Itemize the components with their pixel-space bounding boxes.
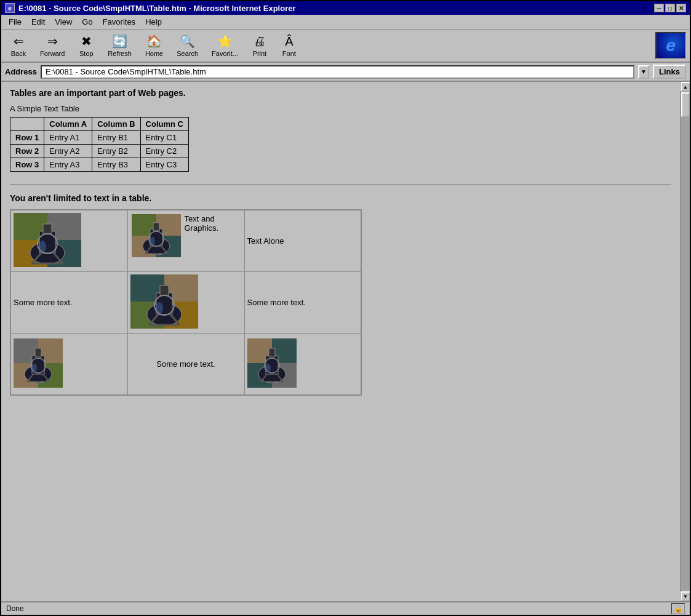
table-row: Row 1 Entry A1 Entry B1 Entry C1: [10, 131, 189, 145]
svg-rect-7: [43, 224, 52, 234]
menu-view[interactable]: View: [50, 16, 77, 28]
flask-graphic-1: [14, 213, 81, 267]
address-input[interactable]: [41, 65, 634, 79]
menu-file[interactable]: File: [4, 16, 26, 28]
page-content: Tables are an important part of Web page…: [10, 88, 671, 396]
heading-1: Tables are an important part of Web page…: [10, 88, 671, 98]
table-row: Row 3 Entry A3 Entry B3 Entry C3: [10, 158, 189, 172]
section-divider: [10, 184, 671, 185]
graphics-cell-3-2: Some more text.: [127, 334, 244, 395]
row-label: Row 1: [10, 131, 44, 145]
title-bar: e E:\0081 - Source Code\SmplHTML\Table.h…: [1, 1, 690, 15]
scroll-down-button[interactable]: ▼: [681, 591, 690, 601]
home-button[interactable]: 🏠 Home: [140, 32, 169, 59]
graphics-cell-3-1: [10, 334, 127, 395]
svg-rect-53: [269, 348, 275, 357]
window-icon: e: [5, 3, 15, 13]
menu-edit[interactable]: Edit: [26, 16, 50, 28]
flask-graphic-3: [130, 274, 198, 329]
graphics-row-3: Some more text.: [10, 334, 361, 395]
refresh-label: Refresh: [108, 50, 132, 57]
content-area: Tables are an important part of Web page…: [1, 82, 680, 601]
cell-b1: Entry B1: [92, 131, 140, 145]
table1-label: A Simple Text Table: [10, 104, 671, 113]
address-bar: Address ▼ Links: [1, 63, 690, 82]
svg-rect-42: [35, 348, 41, 357]
table-header-col-b: Column B: [92, 118, 140, 131]
svg-rect-31: [160, 286, 169, 295]
toolbar: ⇐ Back ⇒ Forward ✖ Stop 🔄 Refresh 🏠 Home…: [1, 30, 690, 63]
table-header-row: Column A Column B Column C: [10, 118, 189, 131]
back-icon: ⇐: [14, 34, 24, 49]
menu-go[interactable]: Go: [77, 16, 97, 28]
cell-text-and-graphics: Text and Graphics.: [185, 214, 219, 233]
favorites-label: Favorit...: [212, 50, 238, 57]
content-wrapper: Tables are an important part of Web page…: [1, 82, 690, 601]
home-icon: 🏠: [146, 34, 162, 49]
row-label: Row 2: [10, 145, 44, 158]
cell-some-more-text-1: Some more text.: [14, 298, 72, 307]
scroll-thumb[interactable]: [681, 92, 690, 117]
graphics-table: Text and Graphics. Text Alone Some more …: [10, 209, 362, 396]
stop-button[interactable]: ✖ Stop: [73, 32, 100, 59]
flask-graphic-5: [247, 338, 297, 388]
links-button[interactable]: Links: [653, 65, 686, 79]
table-header-empty: [10, 118, 44, 131]
scroll-up-button[interactable]: ▲: [681, 82, 690, 92]
back-button[interactable]: ⇐ Back: [5, 32, 32, 59]
forward-label: Forward: [40, 50, 65, 57]
search-icon: 🔍: [180, 34, 195, 49]
search-label: Search: [177, 50, 198, 57]
favorites-button[interactable]: ⭐ Favorit...: [206, 32, 244, 59]
search-button[interactable]: 🔍 Search: [171, 32, 204, 59]
table-header-col-c: Column C: [140, 118, 188, 131]
minimize-button[interactable]: ─: [654, 4, 664, 12]
svg-point-32: [156, 302, 163, 314]
cell-some-more-text-3: Some more text.: [156, 359, 215, 369]
graphics-cell-3-3: [244, 334, 361, 395]
font-label: Font: [282, 50, 296, 57]
status-text: Done: [6, 604, 24, 613]
table-header-col-a: Column A: [44, 118, 92, 131]
font-button[interactable]: Â Font: [276, 33, 303, 59]
graphics-cell-1-3: Text Alone: [244, 210, 361, 272]
svg-rect-18: [153, 223, 159, 231]
address-dropdown-button[interactable]: ▼: [638, 65, 649, 79]
heading-2: You aren't limited to text in a table.: [10, 193, 671, 203]
graphics-cell-1-2: Text and Graphics.: [127, 210, 244, 272]
cell-a1: Entry A1: [44, 131, 92, 145]
browser-window: e E:\0081 - Source Code\SmplHTML\Table.h…: [0, 0, 691, 616]
refresh-button[interactable]: 🔄 Refresh: [102, 32, 137, 59]
window-title: E:\0081 - Source Code\SmplHTML\Table.htm…: [18, 4, 296, 13]
stop-label: Stop: [79, 50, 94, 57]
cell-c1: Entry C1: [140, 131, 188, 145]
cell-a3: Entry A3: [44, 158, 92, 172]
flask-graphic-2: [132, 214, 181, 257]
status-right: 🔒: [671, 603, 685, 614]
window-controls: ─ □ ✕: [654, 4, 686, 12]
ie-logo: e: [655, 32, 686, 59]
home-label: Home: [145, 50, 163, 57]
menu-help[interactable]: Help: [140, 16, 167, 28]
graphics-cell-2-3: Some more text.: [244, 272, 361, 334]
back-label: Back: [11, 50, 26, 57]
simple-text-table: Column A Column B Column C Row 1 Entry A…: [10, 117, 189, 172]
cell-some-more-text-2: Some more text.: [247, 298, 306, 307]
forward-button[interactable]: ⇒ Forward: [34, 32, 70, 59]
cell-b3: Entry B3: [92, 158, 140, 172]
menu-favorites[interactable]: Favorites: [98, 16, 140, 28]
close-button[interactable]: ✕: [676, 4, 686, 12]
vertical-scrollbar[interactable]: ▲ ▼: [680, 82, 690, 601]
cell-b2: Entry B2: [92, 145, 140, 158]
print-button[interactable]: 🖨 Print: [246, 33, 273, 59]
status-icon-box: 🔒: [671, 603, 685, 614]
graphics-row-2: Some more text.: [10, 272, 361, 334]
print-label: Print: [253, 50, 267, 57]
cell-c2: Entry C2: [140, 145, 188, 158]
scroll-track: [681, 92, 690, 591]
maximize-button[interactable]: □: [665, 4, 675, 12]
font-icon: Â: [285, 34, 293, 49]
cell-c3: Entry C3: [140, 158, 188, 172]
stop-icon: ✖: [81, 34, 92, 49]
cell-text-alone: Text Alone: [247, 236, 284, 246]
